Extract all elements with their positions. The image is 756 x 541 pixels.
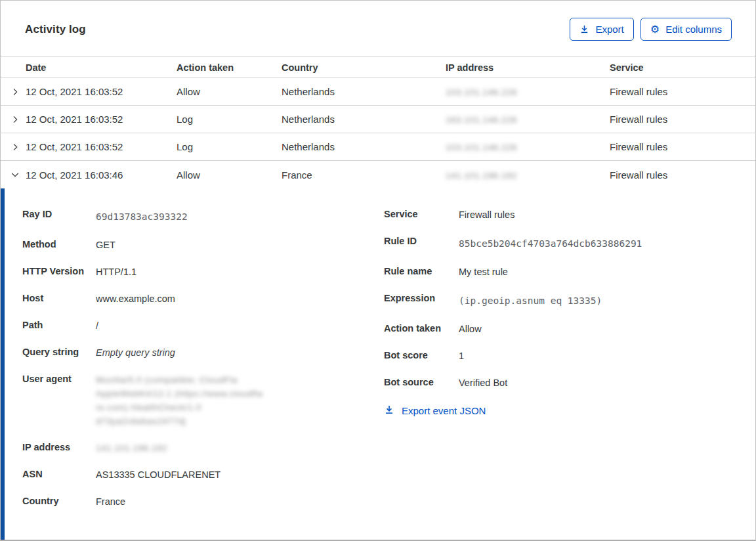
- detail-value: /: [96, 319, 98, 333]
- chevron-right-icon: [10, 142, 20, 152]
- detail-label: Country: [22, 495, 96, 509]
- cell-country: France: [282, 169, 446, 181]
- detail-label: ASN: [22, 468, 96, 482]
- detail-row-ray-id: Ray ID 69d13783ac393322: [22, 208, 384, 225]
- column-header-action: Action taken: [177, 62, 282, 73]
- cell-service: Firewall rules: [610, 86, 755, 97]
- detail-label: IP address: [22, 441, 96, 455]
- detail-label: Path: [22, 319, 96, 333]
- export-button-label: Export: [595, 24, 623, 34]
- detail-value: (ip.geoip.asnum eq 13335): [459, 292, 602, 309]
- cell-action: Log: [177, 114, 282, 125]
- table-row[interactable]: 12 Oct, 2021 16:03:52 Log Netherlands 10…: [1, 133, 755, 161]
- cell-date: 12 Oct, 2021 16:03:52: [26, 141, 177, 152]
- detail-row-http-version: HTTP Version HTTP/1.1: [22, 265, 384, 279]
- cell-country: Netherlands: [282, 141, 446, 152]
- cell-ip-redacted: 141.101.196.192: [446, 171, 517, 181]
- detail-row-service: Service Firewall rules: [384, 208, 732, 222]
- detail-value-redacted: Mozilla/5.0 (compatible; CloudFla AppleW…: [96, 373, 262, 428]
- expand-row-button[interactable]: [9, 85, 22, 98]
- detail-row-host: Host www.example.com: [22, 292, 384, 306]
- cell-ip-redacted: 103.101.146.226: [446, 142, 517, 152]
- detail-row-bot-source: Bot source Verified Bot: [384, 376, 732, 390]
- download-icon: [579, 24, 589, 34]
- detail-value: www.example.com: [96, 292, 175, 306]
- detail-value: France: [96, 495, 125, 509]
- detail-value: Firewall rules: [459, 208, 514, 222]
- detail-value: GET: [96, 238, 116, 252]
- event-details-right-column: Service Firewall rules Rule ID 85bce5b20…: [384, 208, 732, 522]
- detail-row-rule-name: Rule name My test rule: [384, 265, 732, 279]
- detail-row-rule-id: Rule ID 85bce5b204cf4703a764dcb633886291: [384, 235, 732, 252]
- table-row[interactable]: 12 Oct, 2021 16:03:52 Allow Netherlands …: [1, 78, 755, 106]
- page-title: Activity log: [25, 23, 86, 36]
- cell-service: Firewall rules: [610, 141, 755, 152]
- chevron-right-icon: [10, 114, 20, 125]
- detail-label: User agent: [22, 373, 96, 428]
- cell-date: 12 Oct, 2021 16:03:46: [26, 169, 177, 181]
- cell-country: Netherlands: [282, 114, 446, 125]
- detail-row-expression: Expression (ip.geoip.asnum eq 13335): [384, 292, 732, 309]
- expanded-row-accent-bar: [1, 188, 5, 541]
- detail-value: HTTP/1.1: [96, 265, 136, 279]
- table-header: Date Action taken Country IP address Ser…: [1, 56, 755, 78]
- detail-row-path: Path /: [22, 319, 384, 333]
- column-header-ip: IP address: [446, 62, 610, 73]
- detail-label: Service: [384, 208, 459, 222]
- column-header-date: Date: [26, 62, 177, 73]
- edit-columns-button-label: Edit columns: [665, 24, 722, 34]
- detail-value: AS13335 CLOUDFLARENET: [96, 468, 220, 482]
- cell-action: Allow: [177, 86, 282, 97]
- detail-value: Allow: [459, 322, 482, 336]
- export-event-json-link[interactable]: Export event JSON: [384, 404, 486, 417]
- chevron-right-icon: [10, 87, 20, 97]
- detail-label: Rule ID: [384, 235, 459, 252]
- detail-label: Bot source: [384, 376, 459, 390]
- cell-country: Netherlands: [282, 86, 446, 97]
- cell-action: Allow: [177, 169, 282, 181]
- gear-icon: ⚙: [650, 24, 660, 35]
- detail-value: My test rule: [459, 265, 508, 279]
- detail-row-ip-address: IP address 141.101.196.192: [22, 441, 384, 455]
- detail-row-action-taken: Action taken Allow: [384, 322, 732, 336]
- chevron-down-icon: [10, 169, 20, 180]
- detail-value: 85bce5b204cf4703a764dcb633886291: [459, 235, 642, 252]
- cell-service: Firewall rules: [610, 114, 755, 125]
- event-details-panel: Ray ID 69d13783ac393322 Method GET HTTP …: [1, 188, 755, 522]
- detail-row-user-agent: User agent Mozilla/5.0 (compatible; Clou…: [22, 373, 384, 428]
- cell-date: 12 Oct, 2021 16:03:52: [26, 114, 177, 125]
- detail-label: Expression: [384, 292, 459, 309]
- cell-date: 12 Oct, 2021 16:03:52: [26, 86, 177, 97]
- detail-value: 1: [459, 349, 464, 363]
- cell-ip-redacted: 103.101.146.226: [446, 87, 517, 97]
- detail-label: Rule name: [384, 265, 459, 279]
- detail-row-country: Country France: [22, 495, 384, 509]
- detail-label: Host: [22, 292, 96, 306]
- detail-row-bot-score: Bot score 1: [384, 349, 732, 363]
- detail-value: Verified Bot: [459, 376, 507, 390]
- table-row[interactable]: 12 Oct, 2021 16:03:52 Log Netherlands 16…: [1, 106, 755, 133]
- cell-action: Log: [177, 141, 282, 152]
- header: Activity log Export ⚙ Edit columns: [1, 1, 755, 56]
- detail-row-asn: ASN AS13335 CLOUDFLARENET: [22, 468, 384, 482]
- expand-row-button[interactable]: [9, 141, 22, 154]
- cell-ip-redacted: 163.101.146.226: [446, 115, 517, 125]
- detail-label: Ray ID: [22, 208, 96, 225]
- event-details-left-column: Ray ID 69d13783ac393322 Method GET HTTP …: [22, 208, 384, 522]
- download-icon: [384, 404, 394, 417]
- export-button[interactable]: Export: [570, 18, 633, 41]
- export-event-json-label: Export event JSON: [402, 405, 486, 416]
- detail-value: Empty query string: [96, 346, 175, 360]
- edit-columns-button[interactable]: ⚙ Edit columns: [640, 18, 732, 41]
- activity-log-panel: Activity log Export ⚙ Edit columns Date …: [0, 0, 756, 541]
- collapse-row-button[interactable]: [9, 168, 22, 181]
- detail-value: 69d13783ac393322: [96, 208, 188, 225]
- detail-value-redacted: 141.101.196.192: [96, 443, 167, 453]
- detail-row-method: Method GET: [22, 238, 384, 252]
- table-row-expanded[interactable]: 12 Oct, 2021 16:03:46 Allow France 141.1…: [1, 161, 755, 188]
- detail-label: Query string: [22, 346, 96, 360]
- cell-service: Firewall rules: [610, 169, 755, 181]
- expand-row-button[interactable]: [9, 113, 22, 126]
- column-header-country: Country: [282, 62, 446, 73]
- detail-label: HTTP Version: [22, 265, 96, 279]
